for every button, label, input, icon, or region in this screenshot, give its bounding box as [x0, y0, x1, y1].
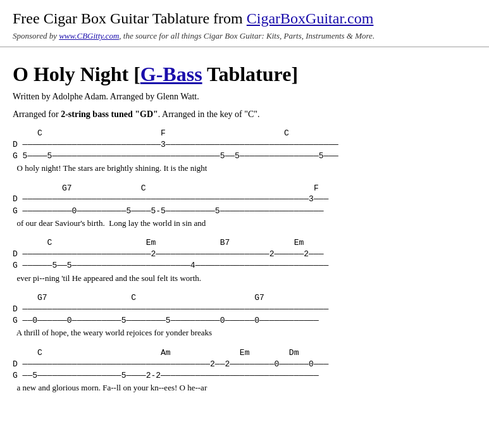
song-title: O Holy Night [G-Bass Tablature]: [13, 63, 476, 86]
song-info-line1: Written by Adolphe Adam. Arranged by Gle…: [13, 90, 476, 104]
chord-row-1: G7 C F: [13, 184, 476, 194]
tab-block-2: C Em B7 EmD ——————————————————————————2—…: [13, 238, 476, 289]
chord-row-4: C Am Em Dm: [13, 348, 476, 359]
site-link[interactable]: CigarBoxGuitar.com: [247, 10, 374, 27]
lyric-row-0: O holy night! The stars are brightly shi…: [13, 162, 476, 175]
lyric-row-3: A thrill of hope, the weary world rejoic…: [13, 327, 476, 339]
page-title-plain: Free Cigar Box Guitar Tablature from: [13, 10, 247, 27]
d-string-row-1: D ——————————————————————————————————————…: [13, 194, 476, 205]
g-string-row-0: G 5————5————————————————————————————————…: [13, 151, 476, 162]
page-title: Free Cigar Box Guitar Tablature from Cig…: [13, 10, 476, 27]
g-string-row-1: G ——————————0——————————5————5-5—————————…: [13, 206, 476, 217]
chord-row-0: C F C: [13, 128, 476, 139]
tab-block-4: C Am Em DmD ————————————————————————————…: [13, 348, 476, 399]
d-string-row-3: D ——————————————————————————————————————…: [13, 304, 476, 315]
tab-block-0: C F CD ————————————————————————————3————…: [13, 128, 476, 180]
d-string-row-4: D ——————————————————————————————————————…: [13, 359, 476, 370]
gbass-link[interactable]: G-Bass: [140, 63, 202, 85]
chord-row-2: C Em B7 Em: [13, 238, 476, 249]
main-content: O Holy Night [G-Bass Tablature] Written …: [0, 47, 489, 416]
d-string-row-0: D ————————————————————————————3—————————…: [13, 139, 476, 151]
tab-block-1: G7 C FD ————————————————————————————————…: [13, 184, 476, 235]
song-info-line2: Arranged for 2-string bass tuned "GD". A…: [13, 108, 476, 121]
sponsor-line: Sponsored by www.CBGitty.com, the source…: [13, 31, 476, 41]
lyric-row-1: of our dear Saviour's birth. Long lay th…: [13, 217, 476, 230]
g-string-row-2: G ——————5——5————————————————————————4———…: [13, 260, 476, 271]
g-string-row-4: G ——5—————————————————5————2-2——————————…: [13, 370, 476, 382]
lyric-row-2: ever pi--ning 'til He appeared and the s…: [13, 272, 476, 285]
tab-block-3: G7 C G7D ———————————————————————————————…: [13, 293, 476, 344]
lyric-row-4: a new and glorious morn. Fa--ll on your …: [13, 382, 476, 394]
d-string-row-2: D ——————————————————————————2———————————…: [13, 249, 476, 260]
tab-section: C F CD ————————————————————————————3————…: [13, 128, 476, 399]
g-string-row-3: G ——0——————0——————————5————————5————————…: [13, 315, 476, 327]
page-header: Free Cigar Box Guitar Tablature from Cig…: [0, 0, 489, 47]
chord-row-3: G7 C G7: [13, 293, 476, 304]
sponsor-link[interactable]: www.CBGitty.com: [59, 31, 119, 40]
